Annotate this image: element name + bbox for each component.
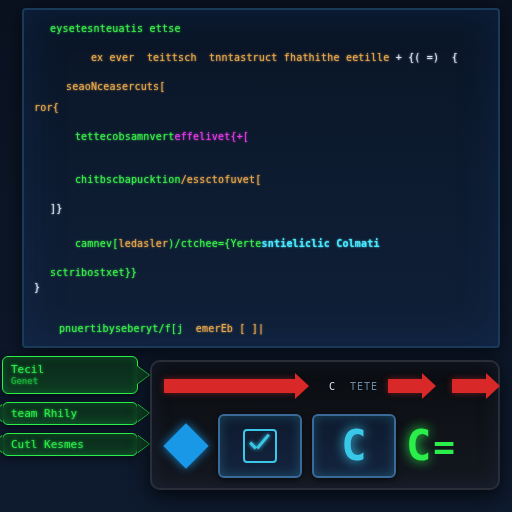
shortcut-chips: Tecil Genet team Rhily Cutl Kesmes (2, 356, 138, 464)
code-line: ]} (34, 202, 488, 217)
arrow-label: TETE (346, 381, 382, 392)
arrow-label: C (325, 381, 340, 392)
arrow-red-icon (452, 379, 486, 393)
c-button-cyan[interactable]: C (312, 414, 396, 478)
code-line: sctribostxet}} (34, 266, 488, 281)
checkmark-button[interactable] (218, 414, 302, 478)
equals-icon: = (433, 426, 455, 467)
arrow-red-icon (388, 379, 422, 393)
code-line: } (34, 281, 488, 296)
c-equals-label: C = (406, 414, 486, 478)
chip-label: Cutl Kesmes (11, 438, 84, 451)
code-editor[interactable]: eysetesnteuatis ettse ex ever teittsch t… (22, 8, 500, 348)
arrow-row: C TETE (164, 372, 486, 400)
chip-cutl-kesmes[interactable]: Cutl Kesmes (2, 433, 138, 456)
chip-tecil[interactable]: Tecil Genet (2, 356, 138, 394)
code-line: ex ever teittsch tnntastruct fhathithe e… (34, 37, 488, 81)
arrow-red-icon (164, 379, 295, 393)
chip-label: team Rhily (11, 407, 77, 420)
code-line: pnuertibyseberyt/f[j emerEb [ ]| (34, 307, 488, 348)
status-panel: C TETE C C = (150, 360, 500, 490)
check-icon (245, 430, 275, 462)
chip-team-rhily[interactable]: team Rhily (2, 402, 138, 425)
icon-row: C C = (164, 414, 486, 478)
code-line: seaoNceasercuts[ (34, 80, 488, 95)
letter-c-icon: C (341, 425, 366, 467)
code-line: ror{ (34, 101, 488, 116)
letter-c-icon: C (406, 425, 431, 467)
chip-sublabel: Genet (11, 376, 129, 387)
chip-label: Tecil (11, 363, 44, 376)
code-line: eysetesnteuatis ettse (34, 22, 488, 37)
code-line: camnev[ledasler)/ctchee={Yertesntielicli… (34, 223, 488, 267)
code-line: tettecobsamnverteffelivet{+[ (34, 115, 488, 159)
code-line: chitbscbapucktion/essctofuvet[ (34, 159, 488, 203)
diamond-icon (164, 430, 208, 462)
